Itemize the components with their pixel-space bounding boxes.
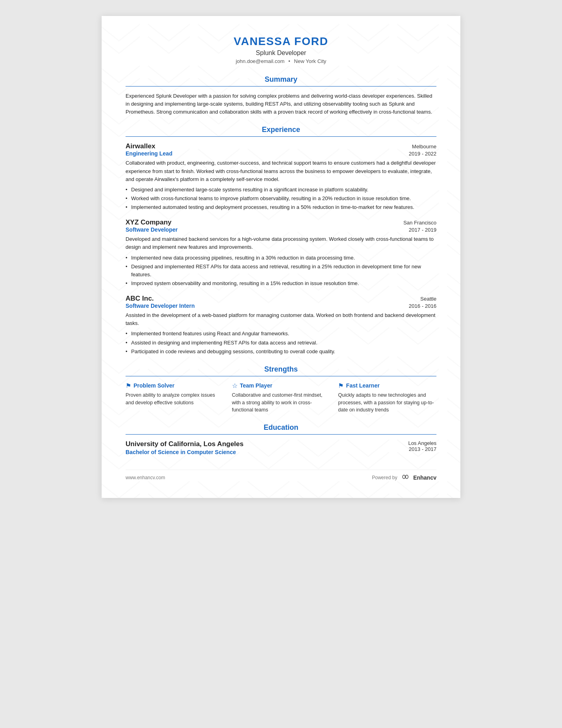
exp-bullet-xyz-2: Improved system observability and monito… xyxy=(126,279,436,287)
edu-left-ucla: University of California, Los Angeles Ba… xyxy=(126,440,244,455)
candidate-email: john.doe@email.com xyxy=(236,58,284,64)
exp-role-airwallex: Engineering Lead xyxy=(126,150,172,157)
exp-company-abc: ABC Inc. xyxy=(126,295,154,303)
strength-header-fast-learner: ⚑ Fast Learner xyxy=(338,382,436,390)
strengths-divider xyxy=(126,376,436,376)
experience-entry-xyz: XYZ Company San Francisco Software Devel… xyxy=(126,218,436,287)
strength-desc-fast-learner: Quickly adapts to new technologies and p… xyxy=(338,392,436,414)
strength-desc-team-player: Collaborative and customer-first mindset… xyxy=(232,392,330,414)
exp-header-row-abc: ABC Inc. Seattle xyxy=(126,295,436,303)
summary-divider xyxy=(126,86,436,87)
exp-bullets-airwallex: Designed and implemented large-scale sys… xyxy=(126,186,436,211)
strength-item-fast-learner: ⚑ Fast Learner Quickly adapts to new tec… xyxy=(338,382,436,414)
strengths-section: Strengths ⚑ Problem Solver Proven abilit… xyxy=(126,365,436,414)
footer-url: www.enhancv.com xyxy=(126,475,165,480)
education-entry-ucla: University of California, Los Angeles Ba… xyxy=(126,440,436,455)
experience-section: Experience Airwallex Melbourne Engineeri… xyxy=(126,126,436,355)
exp-bullet-abc-2: Participated in code reviews and debuggi… xyxy=(126,348,436,356)
summary-section: Summary Experienced Splunk Developer wit… xyxy=(126,75,436,116)
resume-page: VANESSA FORD Splunk Developer john.doe@e… xyxy=(102,16,460,498)
exp-role-row-abc: Software Developer Intern 2016 - 2016 xyxy=(126,303,436,309)
strength-desc-problem-solver: Proven ability to analyze complex issues… xyxy=(126,392,224,407)
exp-role-row-airwallex: Engineering Lead 2019 - 2022 xyxy=(126,150,436,157)
flag-icon-problem-solver: ⚑ xyxy=(126,382,131,390)
exp-bullet-xyz-1: Designed and implemented REST APIs for d… xyxy=(126,263,436,279)
experience-title: Experience xyxy=(126,126,436,134)
resume-header: VANESSA FORD Splunk Developer john.doe@e… xyxy=(126,35,436,64)
exp-location-xyz: San Francisco xyxy=(403,220,436,226)
edu-location-ucla: Los Angeles xyxy=(408,440,436,446)
experience-entry-abc: ABC Inc. Seattle Software Developer Inte… xyxy=(126,295,436,356)
exp-desc-airwallex: Collaborated with product, engineering, … xyxy=(126,159,436,183)
exp-location-abc: Seattle xyxy=(421,296,436,302)
education-section: Education University of California, Los … xyxy=(126,423,436,455)
star-icon-team-player: ☆ xyxy=(232,382,238,390)
exp-desc-xyz: Developed and maintained backend service… xyxy=(126,235,436,251)
exp-bullet-abc-1: Assisted in designing and implementing R… xyxy=(126,339,436,347)
candidate-title: Splunk Developer xyxy=(126,49,436,57)
edu-school-ucla: University of California, Los Angeles xyxy=(126,440,244,448)
strength-header-problem-solver: ⚑ Problem Solver xyxy=(126,382,224,390)
edu-dates-ucla: 2013 - 2017 xyxy=(408,446,436,452)
candidate-name: VANESSA FORD xyxy=(126,35,436,48)
edu-right-ucla: Los Angeles 2013 - 2017 xyxy=(408,440,436,452)
strength-title-problem-solver: Problem Solver xyxy=(134,382,175,389)
exp-role-row-xyz: Software Developer 2017 - 2019 xyxy=(126,226,436,233)
strength-item-team-player: ☆ Team Player Collaborative and customer… xyxy=(232,382,330,414)
strengths-grid: ⚑ Problem Solver Proven ability to analy… xyxy=(126,382,436,414)
exp-dates-airwallex: 2019 - 2022 xyxy=(409,151,436,157)
summary-title: Summary xyxy=(126,75,436,84)
strength-item-problem-solver: ⚑ Problem Solver Proven ability to analy… xyxy=(126,382,224,414)
summary-text: Experienced Splunk Developer with a pass… xyxy=(126,92,436,116)
exp-company-xyz: XYZ Company xyxy=(126,218,171,226)
education-divider xyxy=(126,434,436,435)
exp-bullets-xyz: Implemented new data processing pipeline… xyxy=(126,254,436,288)
flag-icon-fast-learner: ⚑ xyxy=(338,382,344,390)
exp-bullet-airwallex-1: Worked with cross-functional teams to im… xyxy=(126,195,436,203)
exp-location-airwallex: Melbourne xyxy=(412,144,436,150)
exp-company-airwallex: Airwallex xyxy=(126,142,155,150)
exp-header-row-airwallex: Airwallex Melbourne xyxy=(126,142,436,150)
edu-degree-ucla: Bachelor of Science in Computer Science xyxy=(126,449,244,455)
footer-powered-by: Powered by xyxy=(372,475,397,480)
footer-brand: Powered by Enhancv xyxy=(372,473,436,482)
exp-bullet-xyz-0: Implemented new data processing pipeline… xyxy=(126,254,436,262)
exp-dates-xyz: 2017 - 2019 xyxy=(409,227,436,233)
candidate-location: New York City xyxy=(294,58,326,64)
exp-role-xyz: Software Developer xyxy=(126,226,178,233)
footer-brand-name: Enhancv xyxy=(413,474,436,481)
exp-dates-abc: 2016 - 2016 xyxy=(409,303,436,309)
exp-bullets-abc: Implemented frontend features using Reac… xyxy=(126,330,436,355)
strength-title-fast-learner: Fast Learner xyxy=(346,382,379,389)
exp-desc-abc: Assisted in the development of a web-bas… xyxy=(126,311,436,327)
resume-footer: www.enhancv.com Powered by Enhancv xyxy=(126,470,436,482)
exp-bullet-airwallex-2: Implemented automated testing and deploy… xyxy=(126,203,436,211)
enhancv-logo-icon xyxy=(400,473,411,482)
contact-separator: • xyxy=(288,58,290,64)
strength-title-team-player: Team Player xyxy=(240,382,272,389)
exp-bullet-abc-0: Implemented frontend features using Reac… xyxy=(126,330,436,338)
experience-entry-airwallex: Airwallex Melbourne Engineering Lead 201… xyxy=(126,142,436,211)
exp-role-abc: Software Developer Intern xyxy=(126,303,195,309)
candidate-contact: john.doe@email.com • New York City xyxy=(126,58,436,64)
experience-divider xyxy=(126,136,436,137)
exp-bullet-airwallex-0: Designed and implemented large-scale sys… xyxy=(126,186,436,194)
exp-header-row-xyz: XYZ Company San Francisco xyxy=(126,218,436,226)
resume-content: VANESSA FORD Splunk Developer john.doe@e… xyxy=(126,35,436,482)
education-title: Education xyxy=(126,423,436,432)
strengths-title: Strengths xyxy=(126,365,436,374)
strength-header-team-player: ☆ Team Player xyxy=(232,382,330,390)
